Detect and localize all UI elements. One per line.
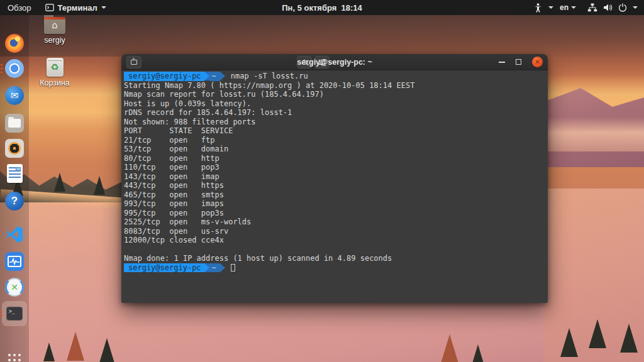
terminal-output-line: 465/tcp open smtps: [124, 190, 545, 200]
dock: ✉ ? ✕ >_: [0, 15, 29, 362]
dock-item-show-applications[interactable]: [4, 350, 25, 362]
terminal-output-line: 993/tcp open imaps: [124, 199, 545, 209]
prompt-line: sergiy@sergiy-pc ~ nmap -sT losst.ru: [124, 72, 545, 81]
home-glyph: ⌂: [52, 21, 58, 30]
power-icon[interactable]: [618, 3, 627, 12]
terminal-output-line: Host is up (0.039s latency).: [124, 99, 545, 109]
prompt-path: ~: [209, 263, 220, 273]
terminal-mini-icon: [45, 4, 54, 11]
powerline-arrow: [220, 72, 225, 80]
terminal-output-line: 80/tcp open http: [124, 154, 545, 163]
app-menu-label: Терминал: [58, 3, 97, 13]
terminal-output-line: 53/tcp open domain: [124, 145, 545, 154]
active-app-highlight: >_: [2, 301, 27, 326]
terminal-window: sergiy@sergiy-pc: ~ ✕ sergiy@sergiy-pc ~…: [121, 54, 548, 303]
running-indicator-dots: [1, 311, 3, 317]
chromium-icon: [5, 59, 24, 78]
dock-item-terminal[interactable]: >_: [2, 301, 27, 326]
accessibility-icon[interactable]: [534, 3, 542, 13]
prompt-line: sergiy@sergiy-pc ~: [124, 263, 545, 273]
new-tab-button[interactable]: [126, 56, 142, 69]
minimize-button[interactable]: [499, 62, 505, 63]
running-indicator-dots: [1, 64, 3, 74]
trash-icon: ♻: [47, 58, 64, 77]
prompt-user-host: sergiy@sergiy-pc: [124, 72, 204, 81]
system-status-area[interactable]: en: [534, 0, 644, 15]
terminal-output-line: 143/tcp open imap: [124, 172, 545, 182]
files-icon: [5, 114, 24, 133]
prompt-path: ~: [209, 72, 220, 81]
home-folder-icon: ⌂: [44, 17, 65, 34]
language-code: en: [560, 3, 569, 12]
dock-item-files[interactable]: [4, 113, 25, 133]
firefox-icon: [5, 34, 24, 53]
dock-item-chromium[interactable]: [4, 58, 25, 79]
system-monitor-icon: [5, 252, 24, 271]
desktop-icon-label: sergiy: [44, 36, 65, 45]
network-icon[interactable]: [587, 3, 597, 12]
maximize-button[interactable]: [516, 59, 521, 65]
dock-item-system-monitor[interactable]: [4, 251, 25, 272]
app-grid-icon: [8, 354, 21, 362]
keyboard-layout-indicator[interactable]: en: [560, 3, 576, 12]
powerline-arrow: [204, 263, 209, 272]
terminal-output-line: 110/tcp open pop3: [124, 163, 545, 172]
terminal-output-line: Starting Nmap 7.80 ( https://nmap.org ) …: [124, 81, 545, 90]
new-tab-icon: [131, 60, 137, 65]
terminal-output-line: 21/tcp open ftp: [124, 136, 545, 145]
help-icon: ?: [5, 192, 24, 211]
terminal-output-line: Nmap done: 1 IP address (1 host up) scan…: [124, 254, 545, 263]
terminal-titlebar[interactable]: sergiy@sergiy-pc: ~ ✕: [121, 54, 548, 70]
chevron-down-icon: [548, 6, 553, 9]
prompt-user-host: sergiy@sergiy-pc: [124, 263, 204, 273]
dock-item-libreoffice-writer[interactable]: [4, 163, 25, 184]
rhythmbox-icon: [5, 139, 24, 158]
terminal-icon: >_: [6, 307, 23, 321]
search-icon: [302, 60, 307, 65]
powerline-arrow: [220, 263, 225, 272]
volume-icon[interactable]: [603, 3, 613, 12]
powerline-arrow: [204, 72, 209, 80]
libreoffice-writer-icon: [7, 164, 23, 183]
chevron-down-icon: [571, 6, 576, 9]
close-button[interactable]: ✕: [532, 57, 543, 67]
clock[interactable]: Пн, 5 октября 18:14: [282, 3, 362, 13]
terminal-cursor: [231, 264, 235, 272]
terminal-body[interactable]: sergiy@sergiy-pc ~ nmap -sT losst.ru Sta…: [121, 70, 548, 303]
activities-button[interactable]: Обзор: [0, 0, 39, 15]
top-bar: Обзор Терминал Пн, 5 октября 18:14 en: [0, 0, 644, 15]
terminal-output-line: Nmap scan report for losst.ru (185.4.64.…: [124, 90, 545, 99]
recycle-glyph: ♻: [50, 63, 58, 72]
chevron-down-icon: [101, 6, 106, 9]
terminal-output-line: 8083/tcp open us-srv: [124, 227, 545, 236]
terminal-output-line: [124, 245, 545, 255]
desktop-icon-trash[interactable]: ♻ Корзина: [35, 58, 75, 87]
chevron-down-icon: [633, 6, 638, 9]
desktop-icon-home-folder[interactable]: ⌂ sergiy: [35, 17, 75, 45]
terminal-output-line: PORT STATE SERVICE: [124, 126, 545, 136]
terminal-output-line: 443/tcp open https: [124, 181, 545, 190]
terminal-output-line: Not shown: 988 filtered ports: [124, 118, 545, 127]
terminal-output-line: 995/tcp open pop3s: [124, 209, 545, 218]
thunderbird-icon: ✉: [5, 86, 24, 105]
dock-item-haguichi[interactable]: ✕: [4, 277, 25, 297]
haguichi-icon: ✕: [5, 278, 24, 297]
terminal-output-line: rDNS record for 185.4.64.197: losst-1: [124, 108, 545, 118]
dock-item-vscode[interactable]: [4, 224, 25, 244]
app-menu-button[interactable]: Терминал: [39, 0, 113, 15]
dock-item-firefox[interactable]: [4, 33, 25, 53]
dock-item-thunderbird[interactable]: ✉: [4, 85, 25, 106]
dock-item-help[interactable]: ?: [4, 191, 25, 211]
terminal-output-line: 12000/tcp closed cce4x: [124, 236, 545, 245]
terminal-output-line: 2525/tcp open ms-v-worlds: [124, 217, 545, 227]
desktop-icon-label: Корзина: [40, 79, 70, 87]
dock-item-rhythmbox[interactable]: [4, 138, 25, 158]
vscode-icon: [5, 225, 24, 244]
command-text: nmap -sT losst.ru: [231, 72, 308, 81]
